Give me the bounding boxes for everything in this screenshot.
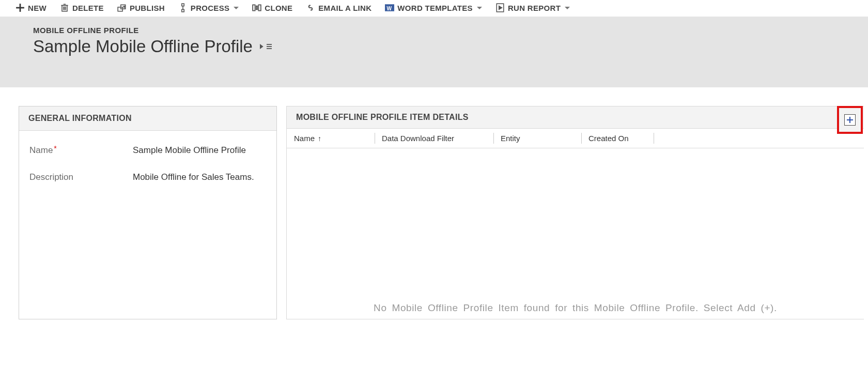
plus-icon — [16, 3, 25, 12]
entity-type-label: MOBILE OFFLINE PROFILE — [33, 26, 868, 35]
process-button[interactable]: PROCESS — [178, 3, 239, 12]
record-title: Sample Mobile Offline Profile — [33, 37, 253, 56]
process-label: PROCESS — [191, 4, 229, 12]
command-bar: NEW DELETE PUBLISH PROCESS CLONE EMAIL A… — [0, 0, 868, 17]
process-icon — [178, 3, 188, 12]
svg-marker-19 — [499, 6, 502, 10]
grid-header-row: Name Data Download Filter Entity Created… — [287, 129, 864, 148]
word-templates-label: WORD TEMPLATES — [397, 4, 473, 12]
profile-item-grid: Name Data Download Filter Entity Created… — [286, 129, 864, 319]
name-field[interactable]: Sample Mobile Offline Profile — [133, 145, 246, 156]
report-icon — [495, 3, 505, 12]
general-info-section: GENERAL INFORMATION Name* Sample Mobile … — [19, 106, 277, 319]
column-entity[interactable]: Entity — [493, 129, 581, 148]
name-row: Name* Sample Mobile Offline Profile — [29, 140, 266, 167]
word-icon: W — [385, 3, 394, 12]
svg-rect-15 — [256, 6, 257, 10]
column-name[interactable]: Name — [287, 129, 375, 148]
add-item-button[interactable] — [844, 114, 856, 126]
grid-empty-message: No Mobile Offline Profile Item found for… — [287, 302, 864, 314]
profile-item-details-header: MOBILE OFFLINE PROFILE ITEM DETAILS — [296, 113, 469, 122]
required-icon: * — [54, 144, 56, 152]
word-templates-button[interactable]: W WORD TEMPLATES — [385, 3, 482, 12]
chevron-down-icon — [565, 7, 570, 9]
svg-rect-11 — [182, 9, 184, 12]
profile-item-details-section: MOBILE OFFLINE PROFILE ITEM DETAILS Name… — [286, 106, 864, 319]
email-link-label: EMAIL A LINK — [318, 4, 371, 12]
link-icon — [306, 3, 315, 12]
page-header: MOBILE OFFLINE PROFILE Sample Mobile Off… — [0, 17, 868, 87]
general-info-header: GENERAL INFORMATION — [19, 106, 276, 131]
publish-icon — [117, 3, 127, 12]
description-row: Description Mobile Offline for Sales Tea… — [29, 167, 266, 194]
chevron-down-icon — [234, 7, 239, 9]
delete-label: DELETE — [72, 4, 104, 12]
column-created[interactable]: Created On — [581, 129, 654, 148]
svg-rect-14 — [259, 5, 261, 10]
clone-button[interactable]: CLONE — [252, 3, 292, 12]
svg-text:W: W — [387, 6, 392, 11]
clone-icon — [252, 3, 261, 12]
description-field[interactable]: Mobile Offline for Sales Teams. — [133, 172, 254, 182]
new-button[interactable]: NEW — [16, 3, 47, 12]
record-title-menu[interactable] — [260, 43, 272, 50]
new-label: NEW — [28, 4, 47, 12]
run-report-label: RUN REPORT — [508, 4, 561, 12]
svg-marker-20 — [260, 44, 264, 49]
svg-rect-13 — [253, 5, 255, 10]
grid-body: No Mobile Offline Profile Item found for… — [287, 148, 864, 319]
clone-label: CLONE — [265, 4, 292, 12]
email-link-button[interactable]: EMAIL A LINK — [306, 3, 371, 12]
column-filter[interactable]: Data Download Filter — [375, 129, 493, 148]
description-label: Description — [29, 172, 133, 182]
delete-button[interactable]: DELETE — [60, 3, 104, 12]
publish-button[interactable]: PUBLISH — [117, 3, 165, 12]
trash-icon — [60, 3, 69, 12]
svg-rect-10 — [182, 4, 184, 6]
chevron-down-icon — [477, 7, 482, 9]
column-spacer — [654, 129, 864, 148]
form-body: GENERAL INFORMATION Name* Sample Mobile … — [0, 81, 868, 319]
run-report-button[interactable]: RUN REPORT — [495, 3, 570, 12]
publish-label: PUBLISH — [130, 4, 165, 12]
name-label: Name* — [29, 145, 133, 156]
